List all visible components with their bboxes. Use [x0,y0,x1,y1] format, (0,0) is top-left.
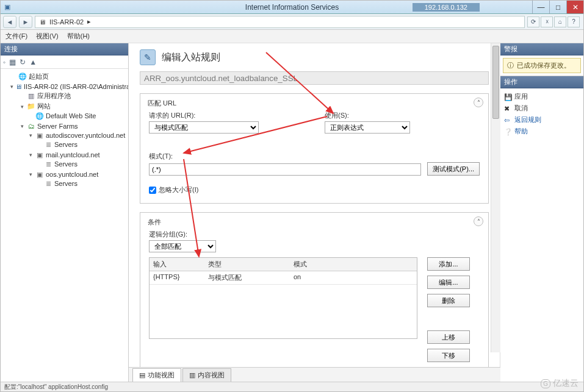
action-help[interactable]: ❔帮助 [504,126,580,137]
status-bar: 配置:"localhost" applicationHost.config [1,382,583,391]
tab-content[interactable]: ▥内容视图 [182,368,231,382]
conditions-table[interactable]: 输入 类型 模式 {HTTPS} 与模式匹配 on [149,257,417,339]
tree-server-farms[interactable]: ▾🗂Server Farms [19,122,127,130]
tree-expand-icon[interactable]: ▦ [9,58,16,66]
col-pattern: 模式 [290,258,417,271]
cell-type: 与模式匹配 [204,271,290,284]
stop-button[interactable]: ☓ [541,16,553,27]
refresh-button[interactable]: ⟳ [527,16,539,27]
page-title: 编辑入站规则 [162,51,220,64]
using-label: 使用(S): [325,111,410,120]
logical-group-select[interactable]: 全部匹配 [149,240,216,252]
tree-refresh-icon[interactable]: ↻ [20,58,26,66]
tree-servers[interactable]: ≣Servers [36,140,127,149]
globe-icon: 🌐 [18,73,27,81]
help-toolbar-button[interactable]: ? [568,16,580,27]
col-input: 输入 [150,258,204,271]
watermark-icon: G [541,379,550,388]
actions-pane: 警报 ⓘ 已成功保存更改。 操作 💾应用 ✖取消 ⇦返回规则 ❔帮助 [500,43,583,382]
col-type: 类型 [204,258,290,271]
farm-icon: 🗂 [27,122,35,130]
using-select[interactable]: 正则表达式 [325,121,410,134]
delete-condition-button[interactable]: 删除 [427,294,470,307]
features-icon: ▤ [139,371,145,379]
content-pane: ✎ 编辑入站规则 匹配 URL ˄ 请求的 URL(R): 与模式匹配 [129,43,500,382]
vertical-scrollbar[interactable] [491,43,500,352]
nav-forward-button[interactable]: ► [19,16,32,28]
maximize-button[interactable]: □ [549,1,566,13]
tree-server-node[interactable]: ▾🖥IIS-ARR-02 (IIS-ARR-02\Administrator) [10,82,127,91]
window-title: Internet Information Services [1,3,583,12]
add-condition-button[interactable]: 添加... [427,257,470,271]
collapse-button[interactable]: ˄ [474,216,483,226]
tree-label: 网站 [37,102,51,111]
connect-icon[interactable]: ◦ [3,58,5,66]
back-icon: ⇦ [504,116,511,124]
servers-icon: ≣ [44,140,52,149]
conditions-label: 条件 [148,218,161,227]
minimize-button[interactable]: — [532,1,549,13]
tree-farm-mail[interactable]: ▾▣mail.yuntcloud.net [27,151,127,159]
collapse-button[interactable]: ˄ [474,98,483,107]
tree-label: oos.yuntcloud.net [46,171,98,178]
tree-label: Default Web Site [46,112,96,119]
tree-app-pools[interactable]: ▥应用程序池 [19,91,127,101]
match-url-label: 匹配 URL [148,99,176,108]
server-icon: 🖥 [39,18,46,26]
menu-bar: 文件(F) 视图(V) 帮助(H) [1,30,583,43]
tab-features[interactable]: ▤功能视图 [132,368,181,382]
pattern-label: 模式(T): [149,152,480,161]
move-up-button[interactable]: 上移 [427,330,470,344]
close-button[interactable]: ✕ [566,1,583,13]
farmnode-icon: ▣ [35,131,44,140]
tree-up-icon[interactable]: ▲ [29,58,37,66]
table-row[interactable]: {HTTPS} 与模式匹配 on [150,271,417,285]
tree-label: autodiscover.yuntcloud.net [46,132,125,139]
connections-pane: 连接 ◦ ▦ ↻ ▲ 🌐起始页 ▾🖥IIS-ARR-02 (IIS-ARR-02… [1,43,129,382]
alerts-header: 警报 [500,43,583,55]
action-cancel[interactable]: ✖取消 [504,102,580,114]
apppool-icon: ▥ [27,92,35,101]
move-down-button[interactable]: 下移 [427,349,470,362]
menu-help[interactable]: 帮助(H) [67,32,90,41]
tree-servers[interactable]: ≣Servers [36,160,127,168]
watermark: G 亿速云 [541,378,579,389]
ignore-case-checkbox[interactable]: 忽略大小写(I) [149,185,480,194]
tree-label: Servers [54,160,78,168]
tree-default-site[interactable]: 🌐Default Web Site [27,112,127,120]
tree-sites[interactable]: ▾📁网站 [19,102,127,111]
connections-toolbar: ◦ ▦ ↻ ▲ [1,55,128,69]
breadcrumb[interactable]: 🖥 IIS-ARR-02 ▸ [35,16,525,28]
scrollbar-thumb[interactable] [492,46,499,119]
menu-file[interactable]: 文件(F) [5,32,27,41]
tree-label: IIS-ARR-02 (IIS-ARR-02\Administrator) [24,83,128,90]
requested-url-select[interactable]: 与模式匹配 [149,121,259,134]
edit-condition-button[interactable]: 编辑... [427,276,470,289]
action-back[interactable]: ⇦返回规则 [504,114,580,126]
tree-label: 应用程序池 [37,91,71,101]
tree-start-page[interactable]: 🌐起始页 [10,72,127,81]
home-button[interactable]: ⌂ [554,16,566,27]
window-titlebar: ▣ Internet Information Services 192.168.… [1,1,583,14]
test-pattern-button[interactable]: 测试模式(P)... [427,162,480,176]
action-label: 取消 [514,104,528,113]
ignore-case-input[interactable] [149,187,156,194]
menu-view[interactable]: 视图(V) [36,32,59,41]
cancel-icon: ✖ [504,105,511,112]
action-label: 帮助 [514,127,528,136]
pattern-input[interactable] [149,163,421,176]
site-icon: 🌐 [35,112,44,120]
action-apply[interactable]: 💾应用 [504,91,580,102]
farmnode-icon: ▣ [35,151,44,159]
connections-tree[interactable]: 🌐起始页 ▾🖥IIS-ARR-02 (IIS-ARR-02\Administra… [1,69,128,382]
server-icon: 🖥 [15,82,22,91]
sites-icon: 📁 [27,102,35,111]
nav-back-button[interactable]: ◄ [3,16,16,28]
tab-label: 内容视图 [198,371,225,380]
view-tabs: ▤功能视图 ▥内容视图 [129,367,500,382]
tree-farm-oos[interactable]: ▾▣oos.yuntcloud.net [27,170,127,179]
conditions-panel: 条件 ˄ 逻辑分组(G): 全部匹配 输入 类型 [140,212,489,367]
info-icon: ⓘ [507,61,514,70]
tree-farm-autodiscover[interactable]: ▾▣autodiscover.yuntcloud.net [27,131,127,140]
tree-servers[interactable]: ≣Servers [36,179,127,188]
